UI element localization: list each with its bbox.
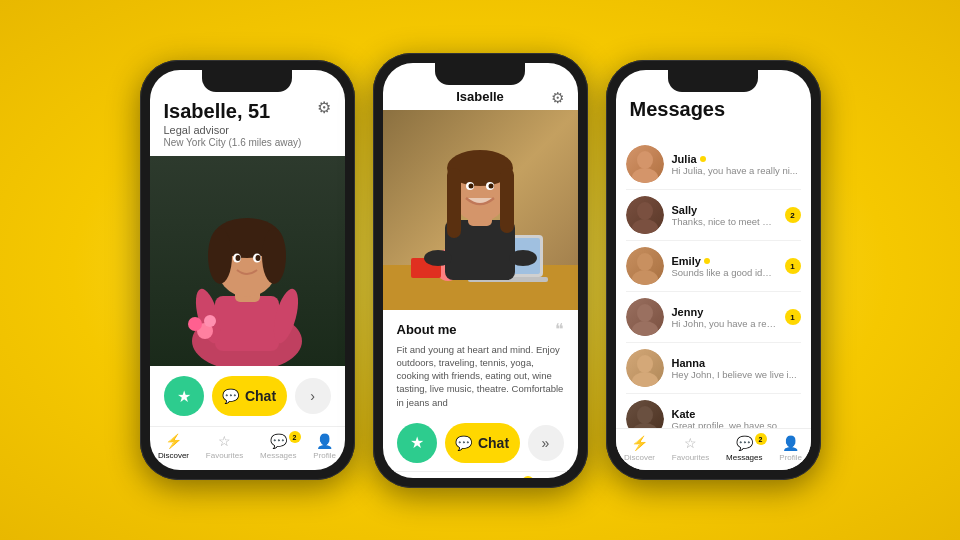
phone-3-screen: Messages JuliaHi Julia, you have a reall… (616, 70, 811, 470)
quote-icon: ❝ (555, 320, 564, 339)
p1-settings-icon[interactable]: ⚙ (317, 98, 331, 117)
message-item[interactable]: JennyHi John, you have a rea...1 (626, 292, 801, 343)
nav-favourites-1[interactable]: ☆ Favourites (206, 433, 243, 460)
msg-content: JuliaHi Julia, you have a really ni... (672, 153, 801, 176)
message-item[interactable]: EmilySounds like a good idea...1 (626, 241, 801, 292)
chat-label-2: Chat (478, 435, 509, 451)
nav-messages-3[interactable]: 💬 2 Messages (726, 435, 762, 462)
discover-icon-3: ⚡ (631, 435, 648, 451)
svg-point-44 (637, 253, 653, 271)
msg-name: Sally (672, 204, 777, 216)
p1-photo (150, 156, 345, 366)
profile-icon-3: 👤 (782, 435, 799, 451)
p2-about-header: About me ❝ (397, 320, 564, 339)
chat-button-1[interactable]: 💬 Chat (212, 376, 287, 416)
p1-actions: ★ 💬 Chat › (150, 366, 345, 426)
favourites-icon-3: ☆ (684, 435, 697, 451)
p1-name: Isabelle, 51 (164, 100, 331, 122)
nav-discover-label-1: Discover (158, 451, 189, 460)
svg-point-10 (235, 255, 240, 261)
nav-favourites-label-1: Favourites (206, 451, 243, 460)
svg-point-6 (208, 228, 232, 284)
notch-1 (202, 70, 292, 92)
next-button-2[interactable]: » (528, 425, 564, 461)
p2-about-title: About me (397, 322, 457, 337)
messages-badge-1: 2 (289, 431, 301, 443)
svg-point-7 (262, 228, 286, 284)
nav-messages-1[interactable]: 💬 2 Messages (260, 433, 296, 460)
svg-point-38 (637, 151, 653, 169)
star-button[interactable]: ★ (164, 376, 204, 416)
p2-photo (383, 110, 578, 310)
msg-avatar (626, 349, 664, 387)
nav-favourites-3[interactable]: ☆ Favourites (672, 435, 709, 462)
new-indicator (704, 258, 710, 264)
msg-badge: 2 (785, 207, 801, 223)
msg-avatar (626, 145, 664, 183)
svg-point-36 (509, 250, 537, 266)
msg-avatar (626, 247, 664, 285)
svg-point-50 (637, 355, 653, 373)
phone-1-screen: Isabelle, 51 Legal advisor New York City… (150, 70, 345, 470)
p1-bottom-nav: ⚡ Discover ☆ Favourites 💬 2 Messages 👤 P… (150, 426, 345, 468)
favourites-icon-1: ☆ (218, 433, 231, 449)
msg-content: JennyHi John, you have a rea... (672, 306, 777, 329)
nav-discover-3[interactable]: ⚡ Discover (624, 435, 655, 462)
p1-job: Legal advisor (164, 124, 331, 136)
nav-profile-1[interactable]: 👤 Profile (313, 433, 336, 460)
message-list: JuliaHi Julia, you have a really ni...Sa… (616, 139, 811, 445)
messages-icon-1: 💬 (270, 433, 287, 449)
svg-point-15 (188, 317, 202, 331)
svg-rect-29 (447, 168, 461, 238)
msg-avatar (626, 298, 664, 336)
nav-profile-3[interactable]: 👤 Profile (779, 435, 802, 462)
msg-preview: Thanks, nice to meet yo... (672, 216, 777, 227)
svg-point-33 (468, 183, 473, 188)
p2-settings-icon[interactable]: ⚙ (551, 89, 564, 107)
svg-point-35 (424, 250, 452, 266)
p2-about-text: Fit and young at heart and mind. Enjoy o… (397, 343, 564, 409)
chevron-right-icon: › (310, 388, 315, 404)
nav-messages-label-1: Messages (260, 451, 296, 460)
p3-bottom-nav: ⚡ Discover ☆ Favourites 💬 2 Messages 👤 P… (616, 428, 811, 470)
msg-content: EmilySounds like a good idea... (672, 255, 777, 278)
double-chevron-icon: » (542, 435, 550, 451)
messages-badge-2: 2 (522, 476, 534, 478)
nav-favourites-label-3: Favourites (672, 453, 709, 462)
message-item[interactable]: HannaHey John, I believe we live i... (626, 343, 801, 394)
msg-name: Hanna (672, 357, 801, 369)
nav-profile-label-1: Profile (313, 451, 336, 460)
phone-3: Messages JuliaHi Julia, you have a reall… (606, 60, 821, 480)
phone-2-screen: Isabelle ⚙ (383, 63, 578, 478)
msg-content: SallyThanks, nice to meet yo... (672, 204, 777, 227)
chat-icon: 💬 (222, 388, 239, 404)
p2-title: Isabelle (456, 89, 504, 104)
svg-point-11 (255, 255, 260, 261)
next-button-1[interactable]: › (295, 378, 331, 414)
msg-preview: Hey John, I believe we live i... (672, 369, 801, 380)
chat-label-1: Chat (245, 388, 276, 404)
svg-point-41 (637, 202, 653, 220)
svg-rect-30 (500, 168, 514, 233)
chat-button-2[interactable]: 💬 Chat (445, 423, 520, 463)
chat-icon-2: 💬 (455, 435, 472, 451)
msg-badge: 1 (785, 258, 801, 274)
nav-discover-label-3: Discover (624, 453, 655, 462)
phone-2: Isabelle ⚙ (373, 53, 588, 488)
phone-1: Isabelle, 51 Legal advisor New York City… (140, 60, 355, 480)
message-item[interactable]: JuliaHi Julia, you have a really ni... (626, 139, 801, 190)
p1-location: New York City (1.6 miles away) (164, 137, 331, 148)
nav-profile-label-3: Profile (779, 453, 802, 462)
svg-point-16 (204, 315, 216, 327)
msg-content: HannaHey John, I believe we live i... (672, 357, 801, 380)
p3-title: Messages (630, 98, 797, 121)
nav-discover-1[interactable]: ⚡ Discover (158, 433, 189, 460)
notch-3 (668, 70, 758, 92)
message-item[interactable]: SallyThanks, nice to meet yo...2 (626, 190, 801, 241)
star-button-2[interactable]: ★ (397, 423, 437, 463)
msg-preview: Hi Julia, you have a really ni... (672, 165, 801, 176)
p2-person-svg (383, 110, 578, 310)
notch-2 (435, 63, 525, 85)
msg-preview: Hi John, you have a rea... (672, 318, 777, 329)
star-icon-2: ★ (410, 433, 424, 452)
